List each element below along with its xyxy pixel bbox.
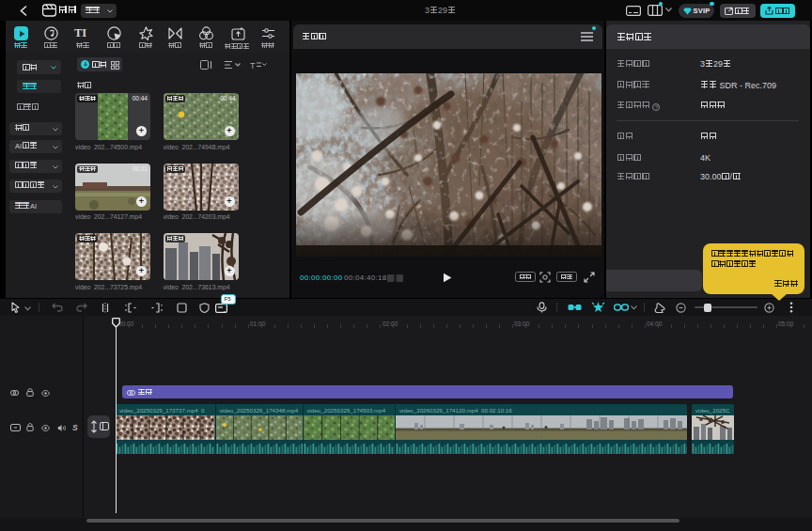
svg-text:T: T [250,61,256,70]
